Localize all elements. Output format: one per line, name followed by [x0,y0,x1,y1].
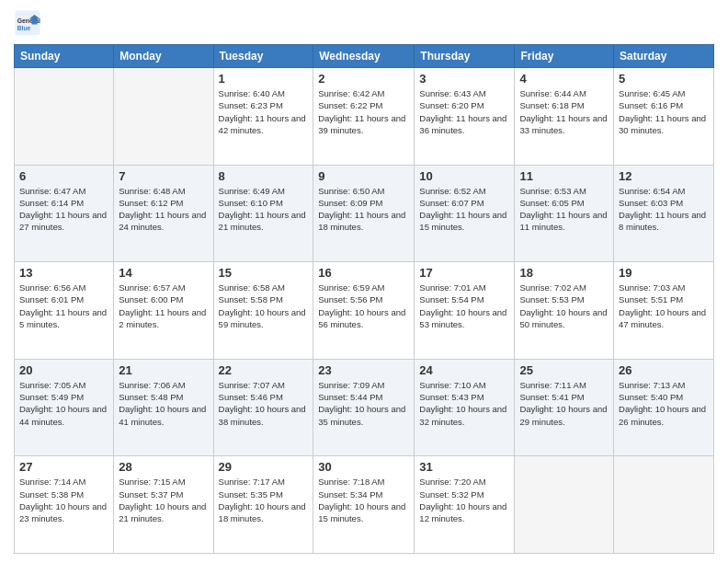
calendar-week-row: 6Sunrise: 6:47 AMSunset: 6:14 PMDaylight… [15,165,714,262]
day-info: Sunrise: 7:09 AMSunset: 5:44 PMDaylight:… [318,379,409,428]
day-info: Sunrise: 6:50 AMSunset: 6:09 PMDaylight:… [318,185,409,234]
calendar-cell: 23Sunrise: 7:09 AMSunset: 5:44 PMDayligh… [313,359,415,456]
calendar-cell: 20Sunrise: 7:05 AMSunset: 5:49 PMDayligh… [15,359,114,456]
day-number: 16 [318,266,409,280]
day-info: Sunrise: 7:01 AMSunset: 5:54 PMDaylight:… [419,282,509,330]
day-info: Sunrise: 6:45 AMSunset: 6:16 PMDaylight:… [619,87,709,136]
day-number: 15 [219,266,309,280]
calendar-cell: 3Sunrise: 6:43 AMSunset: 6:20 PMDaylight… [415,68,515,166]
day-number: 26 [619,363,709,377]
day-info: Sunrise: 6:49 AMSunset: 6:10 PMDaylight:… [219,185,309,234]
day-info: Sunrise: 6:43 AMSunset: 6:20 PMDaylight:… [419,87,509,136]
day-info: Sunrise: 6:59 AMSunset: 5:56 PMDaylight:… [318,282,409,330]
calendar-cell: 29Sunrise: 7:17 AMSunset: 5:35 PMDayligh… [213,456,313,554]
day-number: 2 [318,72,409,86]
calendar-week-row: 27Sunrise: 7:14 AMSunset: 5:38 PMDayligh… [15,456,714,554]
day-info: Sunrise: 7:02 AMSunset: 5:53 PMDaylight:… [519,282,609,330]
calendar-cell [614,456,714,554]
calendar-cell: 10Sunrise: 6:52 AMSunset: 6:07 PMDayligh… [415,165,515,262]
calendar-cell: 30Sunrise: 7:18 AMSunset: 5:34 PMDayligh… [313,456,415,554]
day-number: 1 [219,72,309,86]
day-number: 12 [619,169,709,183]
calendar-cell: 28Sunrise: 7:15 AMSunset: 5:37 PMDayligh… [114,456,213,554]
col-tuesday: Tuesday [213,45,313,68]
calendar-cell: 9Sunrise: 6:50 AMSunset: 6:09 PMDaylight… [313,165,415,262]
calendar-cell: 14Sunrise: 6:57 AMSunset: 6:00 PMDayligh… [114,262,213,360]
day-info: Sunrise: 6:42 AMSunset: 6:22 PMDaylight:… [318,87,409,136]
logo-icon: General Blue [14,9,41,37]
day-number: 30 [318,460,409,474]
day-number: 22 [219,363,309,377]
day-info: Sunrise: 7:03 AMSunset: 5:51 PMDaylight:… [619,282,709,330]
calendar-cell: 2Sunrise: 6:42 AMSunset: 6:22 PMDaylight… [313,68,415,166]
calendar-cell: 25Sunrise: 7:11 AMSunset: 5:41 PMDayligh… [515,359,614,456]
day-number: 28 [119,460,208,474]
col-sunday: Sunday [15,45,114,68]
calendar-week-row: 13Sunrise: 6:56 AMSunset: 6:01 PMDayligh… [15,262,714,360]
page: General Blue Sunday Monday Tuesday Wedne… [0,0,728,563]
day-info: Sunrise: 7:15 AMSunset: 5:37 PMDaylight:… [119,476,208,524]
day-info: Sunrise: 7:10 AMSunset: 5:43 PMDaylight:… [419,379,509,428]
day-info: Sunrise: 6:57 AMSunset: 6:00 PMDaylight:… [119,282,208,330]
calendar-cell: 31Sunrise: 7:20 AMSunset: 5:32 PMDayligh… [415,456,515,554]
day-number: 13 [19,266,108,280]
calendar-cell: 16Sunrise: 6:59 AMSunset: 5:56 PMDayligh… [313,262,415,360]
col-saturday: Saturday [614,45,714,68]
calendar-cell: 1Sunrise: 6:40 AMSunset: 6:23 PMDaylight… [213,68,313,166]
day-number: 24 [419,363,509,377]
day-info: Sunrise: 6:48 AMSunset: 6:12 PMDaylight:… [119,185,208,234]
calendar-cell: 7Sunrise: 6:48 AMSunset: 6:12 PMDaylight… [114,165,213,262]
day-number: 20 [19,363,108,377]
calendar-cell: 11Sunrise: 6:53 AMSunset: 6:05 PMDayligh… [515,165,614,262]
day-info: Sunrise: 6:47 AMSunset: 6:14 PMDaylight:… [19,185,108,234]
day-info: Sunrise: 6:40 AMSunset: 6:23 PMDaylight:… [219,87,309,136]
svg-text:Blue: Blue [17,25,31,31]
calendar-cell [114,68,213,166]
calendar-cell: 27Sunrise: 7:14 AMSunset: 5:38 PMDayligh… [15,456,114,554]
calendar-cell: 6Sunrise: 6:47 AMSunset: 6:14 PMDaylight… [15,165,114,262]
day-number: 27 [19,460,108,474]
calendar-cell: 4Sunrise: 6:44 AMSunset: 6:18 PMDaylight… [515,68,614,166]
calendar-cell: 17Sunrise: 7:01 AMSunset: 5:54 PMDayligh… [415,262,515,360]
calendar-cell: 26Sunrise: 7:13 AMSunset: 5:40 PMDayligh… [614,359,714,456]
calendar-week-row: 1Sunrise: 6:40 AMSunset: 6:23 PMDaylight… [15,68,714,166]
day-info: Sunrise: 6:52 AMSunset: 6:07 PMDaylight:… [419,185,509,234]
calendar-cell: 12Sunrise: 6:54 AMSunset: 6:03 PMDayligh… [614,165,714,262]
day-info: Sunrise: 7:07 AMSunset: 5:46 PMDaylight:… [219,379,309,428]
day-number: 4 [519,72,609,86]
calendar-cell: 8Sunrise: 6:49 AMSunset: 6:10 PMDaylight… [213,165,313,262]
col-thursday: Thursday [415,45,515,68]
day-number: 17 [419,266,509,280]
calendar-cell: 15Sunrise: 6:58 AMSunset: 5:58 PMDayligh… [213,262,313,360]
day-number: 31 [419,460,509,474]
calendar-cell: 19Sunrise: 7:03 AMSunset: 5:51 PMDayligh… [614,262,714,360]
calendar-cell: 18Sunrise: 7:02 AMSunset: 5:53 PMDayligh… [515,262,614,360]
calendar-table: Sunday Monday Tuesday Wednesday Thursday… [14,44,714,554]
day-number: 8 [219,169,309,183]
calendar-header-row: Sunday Monday Tuesday Wednesday Thursday… [15,45,714,68]
col-wednesday: Wednesday [313,45,415,68]
day-number: 29 [219,460,309,474]
day-info: Sunrise: 7:13 AMSunset: 5:40 PMDaylight:… [619,379,709,428]
day-number: 25 [519,363,609,377]
day-number: 5 [619,72,709,86]
calendar-cell [15,68,114,166]
header: General Blue [14,9,714,37]
day-number: 10 [419,169,509,183]
day-info: Sunrise: 6:44 AMSunset: 6:18 PMDaylight:… [519,87,609,136]
day-number: 21 [119,363,208,377]
day-info: Sunrise: 7:17 AMSunset: 5:35 PMDaylight:… [219,476,309,524]
day-number: 11 [519,169,609,183]
calendar-cell [515,456,614,554]
day-info: Sunrise: 7:18 AMSunset: 5:34 PMDaylight:… [318,476,409,524]
day-number: 6 [19,169,108,183]
day-info: Sunrise: 6:56 AMSunset: 6:01 PMDaylight:… [19,282,108,330]
day-info: Sunrise: 6:53 AMSunset: 6:05 PMDaylight:… [519,185,609,234]
calendar-cell: 5Sunrise: 6:45 AMSunset: 6:16 PMDaylight… [614,68,714,166]
day-info: Sunrise: 7:11 AMSunset: 5:41 PMDaylight:… [519,379,609,428]
day-number: 7 [119,169,208,183]
calendar-cell: 22Sunrise: 7:07 AMSunset: 5:46 PMDayligh… [213,359,313,456]
col-friday: Friday [515,45,614,68]
day-info: Sunrise: 7:20 AMSunset: 5:32 PMDaylight:… [419,476,509,524]
day-number: 3 [419,72,509,86]
